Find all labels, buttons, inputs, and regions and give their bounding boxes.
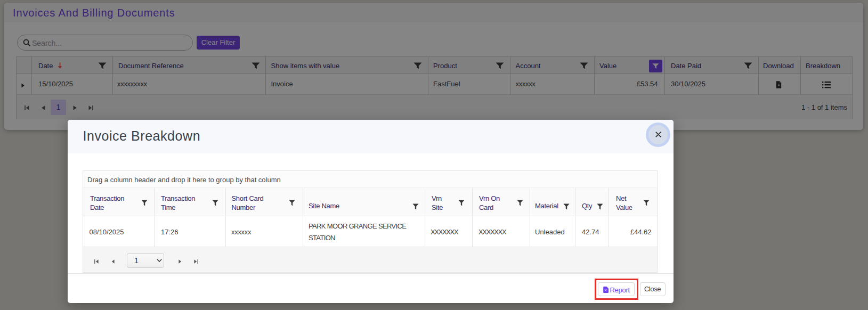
svg-text:x: x	[604, 288, 606, 292]
